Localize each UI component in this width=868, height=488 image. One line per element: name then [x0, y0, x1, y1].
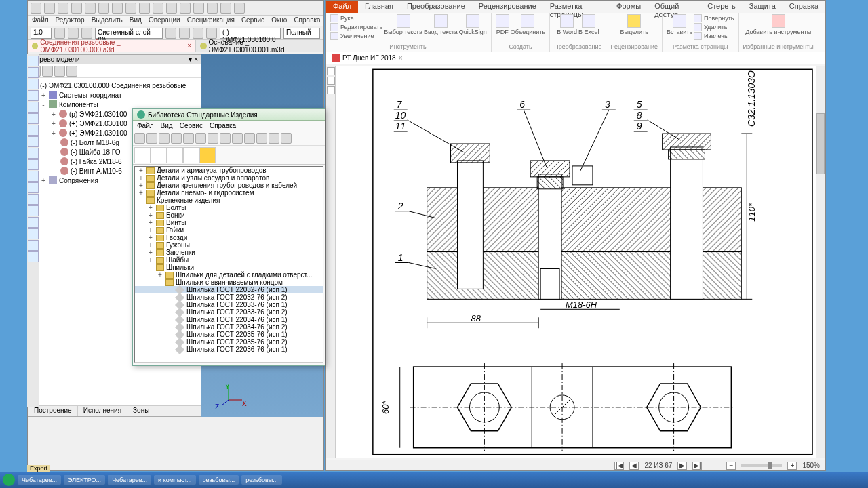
ribbon-tab-erase[interactable]: Стереть	[701, 1, 743, 13]
select-text-button[interactable]: Выбор текста	[384, 14, 422, 35]
tree-close-icon[interactable]: ▾ ×	[189, 56, 198, 63]
expand-icon[interactable]: +	[138, 182, 144, 189]
to-excel-button[interactable]: В Excel	[578, 14, 599, 35]
tool-icon[interactable]	[28, 217, 39, 228]
lib-tree-item[interactable]: +Гайки	[135, 226, 323, 234]
lib-tree-item[interactable]: -Шпильки с ввинчиваемым концом	[135, 279, 323, 286]
lib-menu-service[interactable]: Сервис	[180, 122, 203, 129]
lib-tool-icon[interactable]	[220, 133, 231, 144]
tool-icon[interactable]	[28, 228, 39, 239]
start-button[interactable]	[3, 474, 15, 486]
taskbar-item[interactable]: резьбовы...	[199, 475, 239, 485]
bookmarks-icon[interactable]	[327, 77, 335, 85]
props-icon[interactable]	[139, 3, 150, 14]
lib-titlebar[interactable]: Библиотека Стандартные Изделия	[133, 109, 325, 121]
close-icon[interactable]: ×	[399, 54, 403, 62]
menu-service[interactable]: Сервис	[241, 16, 264, 25]
lib-tree-item[interactable]: +Бонки	[135, 211, 323, 219]
lib-tree-item[interactable]: -Шпильки	[135, 264, 323, 271]
lib-tool-icon[interactable]	[146, 133, 157, 144]
undo-icon[interactable]	[153, 3, 163, 14]
add-tools-button[interactable]: Добавить инструменты	[745, 14, 811, 35]
ribbon-tab-file[interactable]: Файл	[326, 1, 358, 13]
lib-tool-icon[interactable]	[195, 133, 206, 144]
taskbar-item[interactable]: резьбовы...	[241, 475, 282, 485]
tree-tab-build[interactable]: Построение	[28, 406, 78, 416]
taskbar-item[interactable]: Чебатарев...	[18, 475, 61, 485]
expand-icon[interactable]: +	[147, 219, 154, 226]
lib-tree-item[interactable]: +Детали и узлы сосудов и аппаратов	[135, 174, 323, 182]
tree-tab-zones[interactable]: Зоны	[127, 406, 155, 416]
zoom-in-button[interactable]: +	[787, 462, 797, 470]
expand-icon[interactable]: +	[157, 271, 163, 279]
redo-icon[interactable]	[166, 3, 177, 14]
expand-icon[interactable]: +	[50, 110, 57, 118]
doc-tab-active[interactable]: Соединения резьбовые _ ЭМФ21.030100.000.…	[28, 40, 196, 52]
lib-tool-icon[interactable]	[269, 133, 279, 144]
expand-icon[interactable]: -	[40, 101, 47, 108]
delete-button[interactable]: Удалить	[694, 23, 734, 31]
expand-icon[interactable]: +	[147, 204, 154, 211]
tool-icon[interactable]	[28, 56, 39, 66]
tool-icon[interactable]	[28, 113, 39, 124]
ribbon-tab-help[interactable]: Справка	[783, 1, 825, 13]
lib-tree-item[interactable]: +Шпильки для деталей с гладкими отверст.…	[135, 271, 323, 279]
lib-tree-item[interactable]: +Шайбы	[135, 256, 323, 264]
lib-tree-item[interactable]: +Детали крепления трубопроводов и кабеле…	[135, 182, 323, 189]
lib-tree-item[interactable]: Шпилька ГОСТ 22034-76 (исп 2)	[135, 323, 323, 331]
tool-icon[interactable]	[28, 205, 39, 216]
to-word-button[interactable]: В Word	[557, 14, 577, 35]
lib-tool-icon[interactable]	[183, 133, 194, 144]
expand-icon[interactable]: +	[147, 241, 154, 249]
tool-icon[interactable]	[28, 67, 39, 78]
quicksign-button[interactable]: QuickSign	[459, 14, 487, 35]
lib-tab-favorites-icon[interactable]	[199, 147, 216, 163]
expand-icon[interactable]: +	[147, 256, 154, 264]
layer-icon[interactable]	[68, 28, 79, 39]
zoom-out-button[interactable]: −	[726, 462, 736, 470]
expand-icon[interactable]: -	[138, 197, 144, 204]
scale-combo[interactable]: 1.0	[31, 28, 52, 39]
lib-help-icon[interactable]	[281, 133, 292, 144]
expand-icon[interactable]: +	[147, 226, 154, 234]
tool-icon[interactable]	[28, 171, 39, 182]
last-page-button[interactable]: ▶|	[692, 462, 702, 470]
tool-icon[interactable]	[28, 159, 39, 170]
vars-icon[interactable]	[193, 3, 204, 14]
help-icon[interactable]	[234, 3, 245, 14]
tree-tool-icon[interactable]	[54, 66, 65, 77]
tree-root[interactable]: (-) ЭМФ21.030100.000 Соединения резьбовы…	[30, 81, 199, 90]
tool-icon[interactable]	[28, 251, 39, 262]
lib-menu-help[interactable]: Справка	[210, 122, 236, 129]
lib-tree-item[interactable]: Шпилька ГОСТ 22033-76 (исп 2)	[135, 308, 323, 316]
zoom-slider[interactable]	[741, 464, 782, 467]
lib-tool-icon[interactable]	[244, 133, 255, 144]
zoom-tool[interactable]: Увеличение	[330, 32, 382, 40]
lib-tree-item[interactable]: +Детали и арматура трубопроводов	[135, 167, 323, 174]
lib-tool-icon[interactable]	[171, 133, 182, 144]
library-icon[interactable]	[180, 3, 191, 14]
menu-ops[interactable]: Операции	[149, 16, 180, 25]
lib-tree-item[interactable]: -Крепежные изделия	[135, 197, 323, 204]
fx-icon[interactable]	[207, 3, 218, 14]
lib-tab-icon[interactable]	[134, 147, 151, 163]
hand-tool[interactable]: Рука	[330, 14, 382, 22]
taskbar-item[interactable]: и компьют...	[154, 475, 196, 485]
settings-icon[interactable]	[220, 3, 231, 14]
menu-spec[interactable]: Спецификация	[187, 16, 235, 25]
close-icon[interactable]: ×	[187, 42, 191, 49]
insert-button[interactable]: Вставить	[667, 14, 692, 35]
lib-menu-view[interactable]: Вид	[161, 122, 173, 129]
menu-help[interactable]: Справка	[294, 16, 320, 25]
tool-icon[interactable]	[28, 125, 39, 136]
lib-tool-icon[interactable]	[232, 133, 243, 144]
extract-button[interactable]: Извлечь	[694, 32, 734, 40]
tool-icon[interactable]	[193, 28, 203, 39]
lib-tree-item[interactable]: +Болты	[135, 204, 323, 211]
layer-combo[interactable]: Системный слой (0)	[95, 28, 163, 39]
tree-tool-icon[interactable]	[66, 66, 77, 77]
scroll-thumb[interactable]	[816, 113, 825, 174]
expand-icon[interactable]: +	[147, 211, 154, 219]
tool-icon[interactable]	[28, 90, 39, 101]
expand-icon[interactable]: -	[157, 279, 163, 286]
